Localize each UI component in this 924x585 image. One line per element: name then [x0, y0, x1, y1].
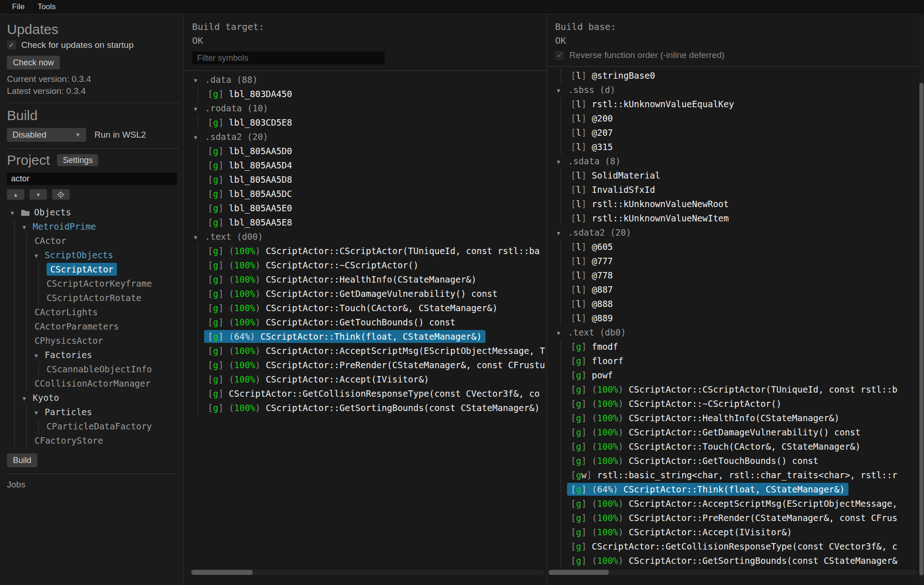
symbol-row[interactable]: [g] lbl_805AA5D4 [192, 158, 546, 173]
section-header[interactable]: ▼.sbss (d) [555, 83, 924, 97]
build-mode-dropdown[interactable]: Disabled ▼ [7, 128, 86, 142]
tree-item[interactable]: CScriptActor [7, 262, 179, 277]
tree-item[interactable]: CCollisionActorManager [7, 376, 179, 391]
symbol-row[interactable]: [l] @778 [555, 268, 924, 283]
tree-item[interactable]: ▼Particles [7, 405, 179, 419]
target-horizontal-scrollbar[interactable] [191, 570, 544, 575]
symbol-row[interactable]: [g] (100%) CScriptActor::~CScriptActor() [192, 258, 546, 272]
chevron-down-icon[interactable]: ▼ [23, 392, 33, 406]
symbol-row[interactable]: [l] @315 [555, 140, 924, 154]
tree-item[interactable]: ▼Factories [7, 348, 179, 362]
project-settings-button[interactable]: Settings [57, 154, 98, 166]
symbol-row[interactable]: [g] (100%) CScriptActor::AcceptScriptMsg… [192, 344, 546, 358]
symbol-row[interactable]: [l] @stringBase0 [555, 69, 924, 83]
section-header[interactable]: ▼.sdata (8) [555, 154, 924, 168]
section-header[interactable]: ▼.sdata2 (20) [555, 226, 924, 240]
tree-item[interactable]: ▼ScriptObjects [7, 248, 179, 262]
vertical-scrollbar[interactable] [919, 14, 924, 585]
symbol-row[interactable]: [l] @605 [555, 240, 924, 254]
symbol-row[interactable]: [g] lbl_805AA5D8 [192, 173, 546, 187]
menu-item-tools[interactable]: Tools [31, 1, 62, 12]
section-header[interactable]: ▼.text (db0) [555, 325, 924, 340]
symbol-row[interactable]: [g] powf [555, 368, 924, 382]
tree-item[interactable]: CPhysicsActor [7, 334, 179, 348]
chevron-down-icon[interactable]: ▼ [194, 231, 205, 245]
symbol-row[interactable]: [g] (100%) CScriptActor::GetDamageVulner… [192, 287, 546, 301]
locate-current-button[interactable] [52, 189, 70, 200]
symbol-row[interactable]: [g] (100%) CScriptActor::GetTouchBounds(… [192, 315, 546, 330]
chevron-down-icon[interactable]: ▼ [557, 84, 568, 98]
symbol-row[interactable]: [g] (100%) CScriptActor::Touch(CActor&, … [192, 301, 546, 315]
chevron-down-icon[interactable]: ▼ [35, 249, 45, 263]
symbol-row[interactable]: [g] (100%) CScriptActor::PreRender(CStat… [192, 358, 546, 372]
symbol-row[interactable]: [l] InvalidSfxId [555, 183, 924, 197]
build-button[interactable]: Build [7, 453, 37, 467]
chevron-down-icon[interactable]: ▼ [557, 326, 568, 341]
symbol-row[interactable]: [l] @777 [555, 254, 924, 268]
symbol-row[interactable]: [l] @887 [555, 283, 924, 297]
symbol-row[interactable]: [l] SolidMaterial [555, 168, 924, 183]
symbol-row[interactable]: [g] CScriptActor::GetCollisionResponseTy… [555, 539, 924, 554]
reverse-order-checkbox-row[interactable]: ✓ Reverse function order (-inline deferr… [555, 50, 916, 60]
chevron-down-icon[interactable]: ▼ [35, 406, 45, 420]
section-header[interactable]: ▼.data (88) [192, 73, 546, 87]
target-horizontal-scrollbar-thumb[interactable] [191, 570, 253, 575]
symbol-row[interactable]: [g] (64%) CScriptActor::Think(float, CSt… [555, 482, 924, 497]
symbol-row[interactable]: [g] CScriptActor::GetCollisionResponseTy… [192, 387, 546, 401]
symbol-row[interactable]: [g] (100%) CScriptActor::GetDamageVulner… [555, 425, 924, 440]
symbol-row[interactable]: [l] @888 [555, 297, 924, 311]
tree-item[interactable]: CScannableObjectInfo [7, 362, 179, 376]
base-horizontal-scrollbar[interactable] [549, 570, 917, 575]
symbol-row[interactable]: [g] lbl_805AA5E0 [192, 201, 546, 215]
chevron-down-icon[interactable]: ▼ [194, 74, 205, 88]
chevron-down-icon[interactable]: ▼ [35, 349, 45, 363]
chevron-down-icon[interactable]: ▼ [11, 206, 21, 220]
chevron-down-icon[interactable]: ▼ [23, 220, 33, 235]
chevron-down-icon[interactable]: ▼ [557, 226, 568, 241]
symbol-row[interactable]: [gw] rstl::basic_string<char, rstl::char… [555, 468, 924, 482]
project-search-input[interactable] [7, 173, 177, 185]
symbol-row[interactable]: [g] floorf [555, 354, 924, 368]
symbol-row[interactable]: [g] lbl_805AA5E8 [192, 215, 546, 230]
chevron-down-icon[interactable]: ▼ [557, 155, 568, 169]
tree-item[interactable]: CActorParameters [7, 319, 179, 334]
section-header[interactable]: ▼.sdata2 (20) [192, 130, 546, 144]
symbol-row[interactable]: [g] lbl_805AA5DC [192, 187, 546, 201]
checkbox-checked-icon[interactable]: ✓ [7, 41, 16, 50]
filter-symbols-input[interactable] [192, 52, 385, 64]
chevron-down-icon[interactable]: ▼ [194, 131, 205, 145]
checkbox-checked-icon[interactable]: ✓ [555, 51, 564, 60]
symbol-row[interactable]: [g] (100%) CScriptActor::PreRender(CStat… [555, 511, 924, 525]
tree-item[interactable]: CScriptActorRotate [7, 291, 179, 305]
symbol-row[interactable]: [g] (100%) CScriptActor::GetSortingBound… [555, 554, 924, 568]
tree-item[interactable]: CActor [7, 234, 179, 248]
symbol-row[interactable]: [l] @889 [555, 311, 924, 325]
symbol-row[interactable]: [l] rstl::kUnknownValueNewItem [555, 211, 924, 226]
symbol-row[interactable]: [g] lbl_803DA450 [192, 87, 546, 101]
symbol-row[interactable]: [l] @207 [555, 126, 924, 140]
updates-startup-checkbox-row[interactable]: ✓ Check for updates on startup [7, 40, 179, 50]
search-next-button[interactable]: ▼ [29, 189, 47, 200]
symbol-row[interactable]: [g] lbl_803CD5E8 [192, 116, 546, 130]
search-prev-button[interactable]: ▲ [7, 189, 24, 200]
symbol-row[interactable]: [g] (100%) CScriptActor::Accept(IVisitor… [555, 525, 924, 539]
symbol-row[interactable]: [l] rstl::kUnknownValueNewRoot [555, 197, 924, 211]
symbol-row[interactable]: [g] (64%) CScriptActor::Think(float, CSt… [192, 330, 546, 344]
vertical-scrollbar-thumb[interactable] [919, 83, 924, 575]
tree-item[interactable]: ▼Kyoto [7, 391, 179, 405]
symbol-row[interactable]: [g] (100%) CScriptActor::Accept(IVisitor… [192, 372, 546, 387]
symbol-row[interactable]: [l] rstl::kUnknownValueEqualKey [555, 97, 924, 111]
base-horizontal-scrollbar-thumb[interactable] [549, 570, 609, 575]
section-header[interactable]: ▼.text (d00) [192, 230, 546, 244]
symbol-row[interactable]: [g] fmodf [555, 340, 924, 354]
symbol-row[interactable]: [g] (100%) CScriptActor::Touch(CActor&, … [555, 440, 924, 454]
menu-item-file[interactable]: File [6, 1, 31, 12]
symbol-row[interactable]: [g] (100%) CScriptActor::AcceptScriptMsg… [555, 497, 924, 511]
tree-item[interactable]: CActorLights [7, 305, 179, 319]
section-header[interactable]: ▼.rodata (10) [192, 101, 546, 116]
symbol-row[interactable]: [g] (100%) CScriptActor::HealthInfo(CSta… [192, 272, 546, 287]
chevron-down-icon[interactable]: ▼ [194, 102, 205, 116]
tree-item[interactable]: CParticleDataFactory [7, 419, 179, 434]
tree-item[interactable]: ▼MetroidPrime [7, 220, 179, 234]
symbol-row[interactable]: [g] (100%) CScriptActor::CScriptActor(TU… [192, 244, 546, 258]
